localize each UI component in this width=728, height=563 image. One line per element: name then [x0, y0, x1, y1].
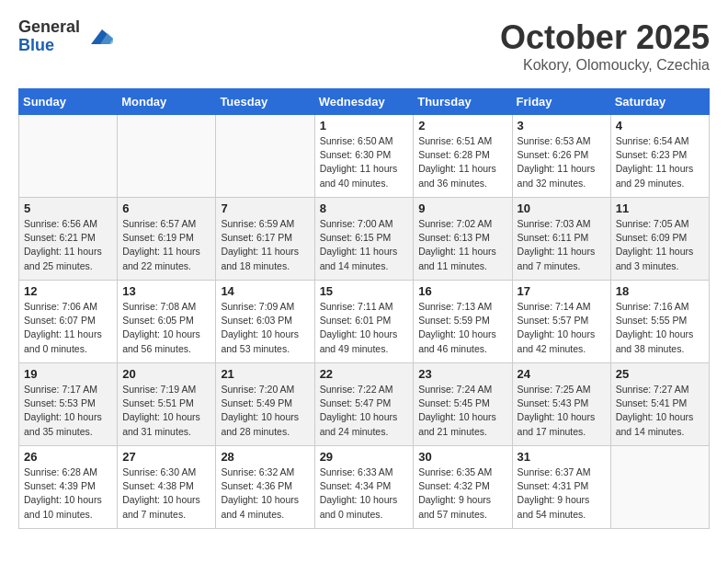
day-info: Sunrise: 6:32 AM Sunset: 4:36 PM Dayligh…	[221, 465, 309, 522]
day-info: Sunrise: 7:24 AM Sunset: 5:45 PM Dayligh…	[418, 383, 506, 439]
calendar-cell: 6Sunrise: 6:57 AM Sunset: 6:19 PM Daylig…	[118, 198, 216, 281]
calendar-week-row: 12Sunrise: 7:06 AM Sunset: 6:07 PM Dayli…	[19, 281, 710, 363]
day-number: 30	[418, 450, 506, 464]
calendar-cell: 24Sunrise: 7:25 AM Sunset: 5:43 PM Dayli…	[512, 363, 610, 446]
calendar-cell: 29Sunrise: 6:33 AM Sunset: 4:34 PM Dayli…	[314, 446, 414, 529]
calendar-cell: 13Sunrise: 7:08 AM Sunset: 6:05 PM Dayli…	[118, 281, 216, 363]
day-info: Sunrise: 6:50 AM Sunset: 6:30 PM Dayligh…	[320, 134, 409, 190]
calendar-cell: 23Sunrise: 7:24 AM Sunset: 5:45 PM Dayli…	[414, 363, 512, 446]
day-info: Sunrise: 7:27 AM Sunset: 5:41 PM Dayligh…	[616, 383, 704, 439]
day-number: 14	[221, 284, 309, 298]
day-of-week-header: Monday	[118, 89, 216, 115]
calendar-cell: 16Sunrise: 7:13 AM Sunset: 5:59 PM Dayli…	[414, 281, 512, 363]
calendar-cell: 21Sunrise: 7:20 AM Sunset: 5:49 PM Dayli…	[216, 363, 314, 446]
logo: General Blue	[18, 18, 113, 55]
day-info: Sunrise: 7:25 AM Sunset: 5:43 PM Dayligh…	[518, 383, 606, 439]
calendar-cell: 5Sunrise: 6:56 AM Sunset: 6:21 PM Daylig…	[19, 198, 118, 281]
day-of-week-header: Sunday	[19, 89, 118, 115]
calendar-cell	[216, 115, 314, 198]
calendar-cell: 11Sunrise: 7:05 AM Sunset: 6:09 PM Dayli…	[610, 198, 709, 281]
day-info: Sunrise: 6:53 AM Sunset: 6:26 PM Dayligh…	[518, 134, 606, 190]
day-of-week-header: Friday	[512, 89, 610, 115]
day-number: 16	[418, 284, 506, 298]
day-number: 28	[221, 450, 309, 464]
day-number: 22	[320, 367, 409, 381]
day-number: 31	[518, 450, 606, 464]
location: Kokory, Olomoucky, Czechia	[500, 57, 710, 74]
day-number: 3	[518, 119, 606, 132]
day-number: 5	[24, 201, 112, 215]
day-info: Sunrise: 7:00 AM Sunset: 6:15 PM Dayligh…	[320, 217, 409, 273]
day-of-week-header: Wednesday	[314, 89, 414, 115]
calendar-cell	[118, 115, 216, 198]
day-number: 18	[616, 284, 704, 298]
day-info: Sunrise: 7:17 AM Sunset: 5:53 PM Dayligh…	[24, 383, 112, 439]
logo-blue: Blue	[18, 37, 80, 55]
calendar-cell: 25Sunrise: 7:27 AM Sunset: 5:41 PM Dayli…	[610, 363, 709, 446]
page-header: General Blue October 2025 Kokory, Olomou…	[18, 18, 710, 74]
day-info: Sunrise: 7:05 AM Sunset: 6:09 PM Dayligh…	[616, 217, 704, 273]
calendar-cell: 12Sunrise: 7:06 AM Sunset: 6:07 PM Dayli…	[19, 281, 118, 363]
calendar-week-row: 1Sunrise: 6:50 AM Sunset: 6:30 PM Daylig…	[19, 115, 710, 198]
day-number: 12	[24, 284, 112, 298]
logo-icon	[84, 22, 113, 52]
day-info: Sunrise: 7:06 AM Sunset: 6:07 PM Dayligh…	[24, 300, 112, 356]
day-number: 29	[320, 450, 409, 464]
calendar-cell: 20Sunrise: 7:19 AM Sunset: 5:51 PM Dayli…	[118, 363, 216, 446]
day-number: 20	[122, 367, 210, 381]
day-number: 13	[122, 284, 210, 298]
calendar-cell: 2Sunrise: 6:51 AM Sunset: 6:28 PM Daylig…	[414, 115, 512, 198]
day-number: 6	[122, 201, 210, 215]
day-info: Sunrise: 6:59 AM Sunset: 6:17 PM Dayligh…	[221, 217, 309, 273]
calendar-cell: 30Sunrise: 6:35 AM Sunset: 4:32 PM Dayli…	[414, 446, 512, 529]
day-info: Sunrise: 6:51 AM Sunset: 6:28 PM Dayligh…	[418, 134, 506, 190]
calendar-week-row: 19Sunrise: 7:17 AM Sunset: 5:53 PM Dayli…	[19, 363, 710, 446]
calendar-cell: 31Sunrise: 6:37 AM Sunset: 4:31 PM Dayli…	[512, 446, 610, 529]
day-info: Sunrise: 7:16 AM Sunset: 5:55 PM Dayligh…	[616, 300, 704, 356]
day-number: 19	[24, 367, 112, 381]
day-number: 24	[518, 367, 606, 381]
day-info: Sunrise: 7:02 AM Sunset: 6:13 PM Dayligh…	[418, 217, 506, 273]
calendar-cell: 7Sunrise: 6:59 AM Sunset: 6:17 PM Daylig…	[216, 198, 314, 281]
day-info: Sunrise: 7:22 AM Sunset: 5:47 PM Dayligh…	[320, 383, 409, 439]
day-info: Sunrise: 6:30 AM Sunset: 4:38 PM Dayligh…	[122, 465, 210, 522]
calendar-cell: 18Sunrise: 7:16 AM Sunset: 5:55 PM Dayli…	[610, 281, 709, 363]
day-of-week-header: Saturday	[610, 89, 709, 115]
logo-text: General Blue	[18, 18, 80, 55]
calendar-cell: 4Sunrise: 6:54 AM Sunset: 6:23 PM Daylig…	[610, 115, 709, 198]
day-info: Sunrise: 7:03 AM Sunset: 6:11 PM Dayligh…	[518, 217, 606, 273]
logo-general: General	[18, 18, 80, 37]
calendar-cell	[19, 115, 118, 198]
day-number: 26	[24, 450, 112, 464]
day-number: 9	[418, 201, 506, 215]
calendar-week-row: 5Sunrise: 6:56 AM Sunset: 6:21 PM Daylig…	[19, 198, 710, 281]
day-number: 7	[221, 201, 309, 215]
calendar-cell: 1Sunrise: 6:50 AM Sunset: 6:30 PM Daylig…	[314, 115, 414, 198]
day-info: Sunrise: 7:20 AM Sunset: 5:49 PM Dayligh…	[221, 383, 309, 439]
day-number: 11	[616, 201, 704, 215]
calendar-cell: 26Sunrise: 6:28 AM Sunset: 4:39 PM Dayli…	[19, 446, 118, 529]
day-number: 1	[320, 119, 409, 132]
calendar-table: SundayMondayTuesdayWednesdayThursdayFrid…	[18, 88, 710, 529]
day-info: Sunrise: 7:13 AM Sunset: 5:59 PM Dayligh…	[418, 300, 506, 356]
day-of-week-header: Tuesday	[216, 89, 314, 115]
calendar-cell: 27Sunrise: 6:30 AM Sunset: 4:38 PM Dayli…	[118, 446, 216, 529]
day-number: 21	[221, 367, 309, 381]
calendar-cell: 28Sunrise: 6:32 AM Sunset: 4:36 PM Dayli…	[216, 446, 314, 529]
day-info: Sunrise: 6:56 AM Sunset: 6:21 PM Dayligh…	[24, 217, 112, 273]
month-title: October 2025	[500, 18, 710, 57]
day-info: Sunrise: 6:37 AM Sunset: 4:31 PM Dayligh…	[518, 465, 606, 522]
day-info: Sunrise: 7:08 AM Sunset: 6:05 PM Dayligh…	[122, 300, 210, 356]
day-of-week-header: Thursday	[414, 89, 512, 115]
day-number: 25	[616, 367, 704, 381]
calendar-cell: 3Sunrise: 6:53 AM Sunset: 6:26 PM Daylig…	[512, 115, 610, 198]
day-info: Sunrise: 6:28 AM Sunset: 4:39 PM Dayligh…	[24, 465, 112, 522]
calendar-cell: 22Sunrise: 7:22 AM Sunset: 5:47 PM Dayli…	[314, 363, 414, 446]
calendar-header-row: SundayMondayTuesdayWednesdayThursdayFrid…	[19, 89, 710, 115]
day-info: Sunrise: 6:35 AM Sunset: 4:32 PM Dayligh…	[418, 465, 506, 522]
day-number: 8	[320, 201, 409, 215]
calendar-cell: 19Sunrise: 7:17 AM Sunset: 5:53 PM Dayli…	[19, 363, 118, 446]
day-info: Sunrise: 6:54 AM Sunset: 6:23 PM Dayligh…	[616, 134, 704, 190]
day-number: 10	[518, 201, 606, 215]
day-number: 27	[122, 450, 210, 464]
